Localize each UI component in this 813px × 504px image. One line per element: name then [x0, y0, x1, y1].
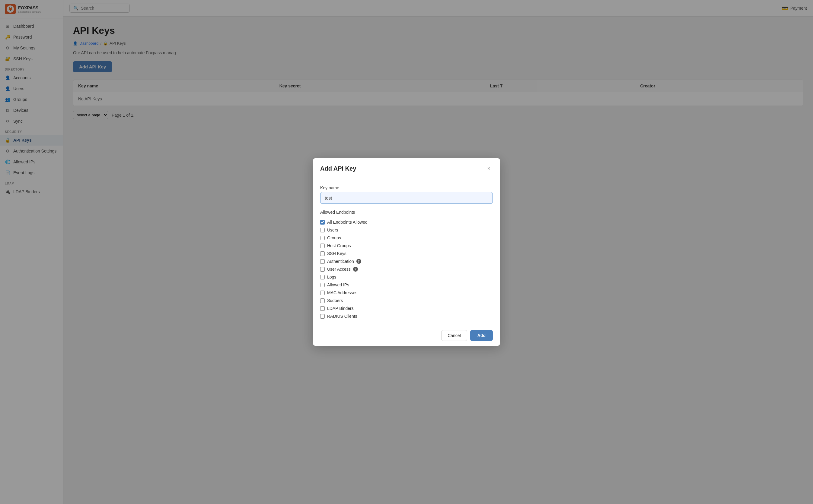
checkbox-authentication[interactable] [320, 259, 325, 264]
checkbox-label-ssh-keys[interactable]: SSH Keys [327, 251, 346, 256]
checkbox-item-allowed-ips: Allowed IPs [320, 281, 493, 289]
checkbox-logs[interactable] [320, 275, 325, 279]
endpoints-section: Allowed Endpoints All Endpoints AllowedU… [320, 210, 493, 320]
add-button[interactable]: Add [470, 330, 493, 341]
checkbox-sudoers[interactable] [320, 298, 325, 303]
checkbox-item-groups: Groups [320, 234, 493, 242]
modal-overlay[interactable]: Add API Key × Key name Allowed Endpoints… [0, 0, 813, 504]
checkbox-groups[interactable] [320, 236, 325, 240]
checkbox-label-groups[interactable]: Groups [327, 235, 341, 240]
checkbox-label-logs[interactable]: Logs [327, 275, 336, 279]
checkbox-item-host-groups: Host Groups [320, 242, 493, 250]
checkbox-label-host-groups[interactable]: Host Groups [327, 243, 351, 248]
checkbox-ssh-keys[interactable] [320, 251, 325, 256]
key-name-label: Key name [320, 185, 493, 190]
checkbox-item-all-endpoints: All Endpoints Allowed [320, 218, 493, 226]
modal-footer: Cancel Add [313, 325, 500, 346]
checkbox-item-users: Users [320, 226, 493, 234]
checkbox-item-mac-addresses: MAC Addresses [320, 289, 493, 297]
checkbox-host-groups[interactable] [320, 244, 325, 248]
checkbox-label-mac-addresses[interactable]: MAC Addresses [327, 290, 357, 295]
key-name-input[interactable] [320, 192, 493, 204]
checkbox-label-user-access[interactable]: User Access [327, 267, 351, 272]
checkbox-item-logs: Logs [320, 273, 493, 281]
checkbox-item-authentication: Authentication? [320, 257, 493, 265]
checkbox-user-access[interactable] [320, 267, 325, 272]
modal-body: Key name Allowed Endpoints All Endpoints… [313, 178, 500, 325]
checkbox-item-ssh-keys: SSH Keys [320, 250, 493, 257]
checkbox-label-ldap-binders[interactable]: LDAP Binders [327, 306, 354, 311]
checkbox-users[interactable] [320, 228, 325, 232]
checkbox-label-allowed-ips[interactable]: Allowed IPs [327, 282, 349, 287]
modal-close-button[interactable]: × [485, 164, 493, 173]
checkboxes-container: All Endpoints AllowedUsersGroupsHost Gro… [320, 218, 493, 320]
checkbox-mac-addresses[interactable] [320, 291, 325, 295]
add-api-key-modal: Add API Key × Key name Allowed Endpoints… [313, 158, 500, 346]
help-icon[interactable]: ? [353, 267, 358, 272]
key-name-group: Key name [320, 185, 493, 204]
modal-title: Add API Key [320, 165, 356, 172]
checkbox-item-radius-clients: RADIUS Clients [320, 312, 493, 320]
checkbox-label-radius-clients[interactable]: RADIUS Clients [327, 314, 357, 319]
checkbox-label-sudoers[interactable]: Sudoers [327, 298, 343, 303]
checkbox-item-ldap-binders: LDAP Binders [320, 304, 493, 312]
checkbox-all-endpoints[interactable] [320, 220, 325, 225]
checkbox-item-sudoers: Sudoers [320, 297, 493, 304]
checkbox-label-authentication[interactable]: Authentication [327, 259, 354, 264]
cancel-button[interactable]: Cancel [441, 330, 467, 341]
checkbox-label-users[interactable]: Users [327, 228, 338, 232]
checkbox-allowed-ips[interactable] [320, 283, 325, 287]
checkbox-ldap-binders[interactable] [320, 306, 325, 311]
endpoints-label: Allowed Endpoints [320, 210, 493, 215]
checkbox-label-all-endpoints[interactable]: All Endpoints Allowed [327, 220, 368, 225]
checkbox-item-user-access: User Access? [320, 265, 493, 273]
help-icon[interactable]: ? [356, 259, 361, 264]
checkbox-radius-clients[interactable] [320, 314, 325, 319]
modal-header: Add API Key × [313, 158, 500, 178]
